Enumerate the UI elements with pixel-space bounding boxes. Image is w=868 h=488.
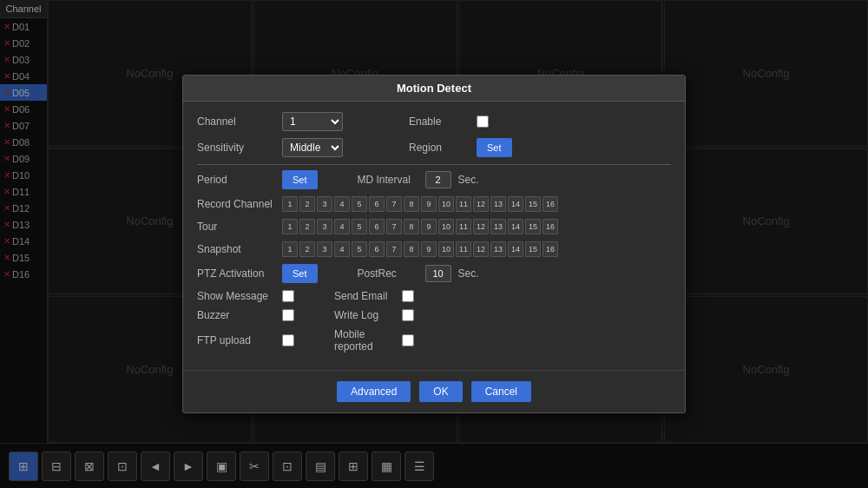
enable-label: Enable — [409, 115, 470, 128]
num-box-13[interactable]: 13 — [490, 219, 506, 234]
advanced-button[interactable]: Advanced — [337, 381, 411, 402]
show-message-checkbox[interactable] — [282, 290, 294, 302]
buzzer-label: Buzzer — [197, 309, 275, 321]
region-set-button[interactable]: Set — [477, 138, 512, 157]
num-box-5[interactable]: 5 — [352, 241, 367, 257]
num-box-6[interactable]: 6 — [369, 241, 385, 257]
num-box-10[interactable]: 10 — [438, 241, 454, 257]
ptz-set-button[interactable]: Set — [282, 264, 318, 283]
num-box-4[interactable]: 4 — [334, 196, 350, 212]
write-log-checkbox[interactable] — [402, 309, 414, 321]
num-box-11[interactable]: 11 — [456, 241, 471, 257]
period-label: Period — [197, 174, 275, 186]
num-box-3[interactable]: 3 — [317, 196, 332, 212]
num-box-4[interactable]: 4 — [334, 241, 350, 257]
sensitivity-select[interactable]: Middle — [282, 138, 343, 157]
region-label: Region — [409, 142, 470, 154]
num-box-11[interactable]: 11 — [456, 219, 471, 234]
sensitivity-label: Sensitivity — [197, 142, 275, 154]
channel-row: Channel 1 Enable — [197, 112, 671, 131]
num-box-2[interactable]: 2 — [299, 196, 315, 212]
num-box-1[interactable]: 1 — [282, 196, 298, 212]
motion-detect-dialog: Motion Detect Channel 1 Enable Sensitivi… — [182, 75, 686, 413]
num-box-12[interactable]: 12 — [473, 241, 489, 257]
num-box-7[interactable]: 7 — [386, 241, 402, 257]
num-box-14[interactable]: 14 — [508, 241, 523, 257]
modal-title: Motion Detect — [183, 76, 685, 102]
modal-overlay: Motion Detect Channel 1 Enable Sensitivi… — [0, 0, 868, 488]
modal-footer: Advanced OK Cancel — [183, 370, 685, 412]
num-box-7[interactable]: 7 — [386, 219, 402, 234]
channel-label: Channel — [197, 115, 275, 128]
num-box-8[interactable]: 8 — [404, 219, 419, 234]
show-message-row: Show Message Send Email — [197, 290, 671, 302]
mobile-reported-checkbox[interactable] — [402, 334, 414, 346]
num-box-14[interactable]: 14 — [508, 196, 523, 212]
tour-boxes: 12345678910111213141516 — [282, 219, 558, 234]
num-box-7[interactable]: 7 — [386, 196, 402, 212]
num-box-3[interactable]: 3 — [317, 241, 332, 257]
ftp-upload-checkbox[interactable] — [282, 334, 294, 346]
snapshot-label: Snapshot — [197, 243, 275, 255]
record-channel-boxes: 12345678910111213141516 — [282, 196, 558, 212]
postrec-label: PostRec — [358, 267, 418, 280]
num-box-13[interactable]: 13 — [490, 241, 506, 257]
num-box-1[interactable]: 1 — [282, 219, 298, 234]
md-interval-input[interactable] — [425, 171, 451, 188]
num-box-8[interactable]: 8 — [404, 241, 419, 257]
period-set-button[interactable]: Set — [282, 170, 318, 189]
show-message-label: Show Message — [197, 290, 275, 302]
num-box-15[interactable]: 15 — [525, 196, 541, 212]
enable-checkbox[interactable] — [477, 115, 489, 128]
num-box-14[interactable]: 14 — [508, 219, 523, 234]
period-row: Period Set MD Interval Sec. — [197, 170, 671, 189]
num-box-15[interactable]: 15 — [525, 241, 541, 257]
num-box-9[interactable]: 9 — [421, 196, 437, 212]
ptz-label: PTZ Activation — [197, 267, 275, 280]
num-box-9[interactable]: 9 — [421, 241, 437, 257]
num-box-16[interactable]: 16 — [542, 219, 558, 234]
num-box-15[interactable]: 15 — [525, 219, 541, 234]
num-box-5[interactable]: 5 — [352, 219, 367, 234]
tour-row: Tour 12345678910111213141516 — [197, 219, 671, 234]
modal-body: Channel 1 Enable Sensitivity Middle Regi… — [183, 102, 685, 370]
write-log-label: Write Log — [334, 309, 395, 321]
record-channel-row: Record Channel 12345678910111213141516 — [197, 196, 671, 212]
ok-button[interactable]: OK — [419, 381, 462, 402]
num-box-16[interactable]: 16 — [542, 196, 558, 212]
send-email-label: Send Email — [334, 290, 395, 302]
md-interval-sec: Sec. — [458, 174, 479, 186]
num-box-2[interactable]: 2 — [299, 219, 315, 234]
buzzer-row: Buzzer Write Log — [197, 309, 671, 321]
num-box-6[interactable]: 6 — [369, 219, 385, 234]
md-interval-label: MD Interval — [358, 174, 418, 186]
snapshot-row: Snapshot 12345678910111213141516 — [197, 241, 671, 257]
postrec-input[interactable] — [425, 265, 451, 282]
num-box-10[interactable]: 10 — [438, 196, 454, 212]
buzzer-checkbox[interactable] — [282, 309, 294, 321]
num-box-12[interactable]: 12 — [473, 219, 489, 234]
num-box-11[interactable]: 11 — [456, 196, 471, 212]
cancel-button[interactable]: Cancel — [471, 381, 531, 402]
num-box-6[interactable]: 6 — [369, 196, 385, 212]
ptz-row: PTZ Activation Set PostRec Sec. — [197, 264, 671, 283]
mobile-reported-label: Mobile reported — [334, 328, 395, 353]
record-channel-label: Record Channel — [197, 198, 275, 210]
num-box-13[interactable]: 13 — [490, 196, 506, 212]
num-box-1[interactable]: 1 — [282, 241, 298, 257]
num-box-4[interactable]: 4 — [334, 219, 350, 234]
num-box-3[interactable]: 3 — [317, 219, 332, 234]
postrec-sec: Sec. — [458, 267, 479, 280]
ftp-upload-label: FTP upload — [197, 334, 275, 346]
num-box-10[interactable]: 10 — [438, 219, 454, 234]
send-email-checkbox[interactable] — [402, 290, 414, 302]
channel-select[interactable]: 1 — [282, 112, 343, 131]
num-box-2[interactable]: 2 — [299, 241, 315, 257]
ftp-row: FTP upload Mobile reported — [197, 328, 671, 353]
num-box-5[interactable]: 5 — [352, 196, 367, 212]
snapshot-boxes: 12345678910111213141516 — [282, 241, 558, 257]
num-box-9[interactable]: 9 — [421, 219, 437, 234]
num-box-16[interactable]: 16 — [542, 241, 558, 257]
num-box-12[interactable]: 12 — [473, 196, 489, 212]
num-box-8[interactable]: 8 — [404, 196, 419, 212]
